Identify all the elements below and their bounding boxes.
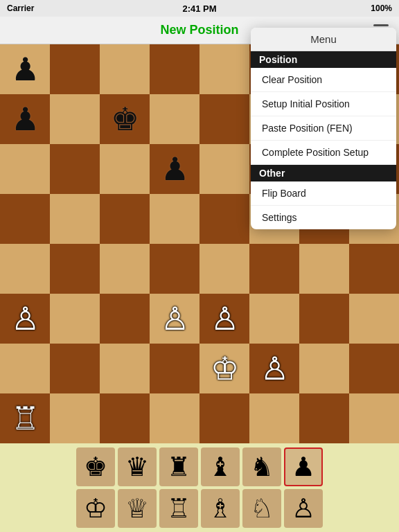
board-cell-3-3[interactable] [150,194,200,244]
tray-black-rook[interactable]: ♜ [159,447,198,486]
tray-row-black: ♚♛♜♝♞♟ [76,447,323,486]
board-cell-4-7[interactable] [349,244,399,294]
board-cell-6-3[interactable] [150,344,200,393]
board-cell-6-2[interactable] [100,344,150,393]
board-cell-7-0[interactable]: ♖ [0,393,50,443]
board-cell-4-5[interactable] [249,244,299,294]
board-cell-5-5[interactable] [249,294,299,344]
board-cell-5-1[interactable] [50,294,100,344]
board-cell-2-2[interactable] [100,144,150,194]
board-cell-7-3[interactable] [150,393,200,443]
board-cell-5-2[interactable] [100,294,150,344]
tray-white-rook[interactable]: ♖ [159,489,198,528]
board-cell-1-2[interactable]: ♚ [100,94,150,144]
tray-row-white: ♔♕♖♗♘♙ [76,489,323,528]
board-cell-7-7[interactable] [349,393,399,443]
board-cell-0-0[interactable]: ♟ [0,44,50,94]
tray-black-queen[interactable]: ♛ [118,447,157,486]
board-cell-4-0[interactable] [0,244,50,294]
board-cell-3-4[interactable] [200,194,249,244]
board-cell-7-4[interactable] [200,393,249,443]
battery-label: 100% [371,3,392,13]
status-bar: Carrier 2:41 PM 100% [0,0,399,17]
board-cell-4-3[interactable] [150,244,200,294]
tray-black-bishop[interactable]: ♝ [201,447,240,486]
board-cell-3-0[interactable] [0,194,50,244]
time-label: 2:41 PM [182,3,216,14]
board-cell-2-3[interactable]: ♟ [150,144,200,194]
menu-section-position: Position [251,51,396,68]
piece-black-2-3: ♟ [161,153,189,185]
menu-section-other: Other [251,165,396,181]
board-cell-1-3[interactable] [150,94,200,144]
board-cell-5-3[interactable]: ♙ [150,294,200,344]
menu-title: Menu [251,28,396,51]
board-cell-7-6[interactable] [299,393,349,443]
board-cell-1-4[interactable] [200,94,249,144]
board-cell-1-0[interactable]: ♟ [0,94,50,144]
board-cell-4-6[interactable] [299,244,349,294]
board-cell-2-4[interactable] [200,144,249,194]
dropdown-menu: Menu Position Clear Position Setup Initi… [251,28,396,229]
menu-item-complete-setup[interactable]: Complete Position Setup [251,141,396,165]
board-cell-3-1[interactable] [50,194,100,244]
board-cell-6-5[interactable]: ♙ [249,344,299,393]
board-cell-6-4[interactable]: ♔ [200,344,249,393]
piece-white-5-3: ♙ [161,303,189,335]
board-cell-6-6[interactable] [299,344,349,393]
board-cell-4-2[interactable] [100,244,150,294]
board-cell-1-1[interactable] [50,94,100,144]
piece-white-7-0: ♖ [11,402,39,434]
tray-white-bishop[interactable]: ♗ [201,489,240,528]
board-cell-2-0[interactable] [0,144,50,194]
menu-item-clear-position[interactable]: Clear Position [251,68,396,92]
tray-black-knight[interactable]: ♞ [242,447,281,486]
board-cell-5-6[interactable] [299,294,349,344]
board-cell-0-3[interactable] [150,44,200,94]
board-cell-7-2[interactable] [100,393,150,443]
board-cell-7-5[interactable] [249,393,299,443]
board-cell-7-1[interactable] [50,393,100,443]
board-cell-5-7[interactable] [349,294,399,344]
tray-white-queen[interactable]: ♕ [118,489,157,528]
menu-item-flip-board[interactable]: Flip Board [251,181,396,206]
piece-white-5-4: ♙ [211,303,239,335]
board-cell-6-7[interactable] [349,344,399,393]
board-cell-0-4[interactable] [200,44,249,94]
board-cell-4-1[interactable] [50,244,100,294]
menu-item-setup-initial[interactable]: Setup Initial Position [251,92,396,116]
tray-black-pawn[interactable]: ♟ [284,447,323,486]
hamburger-line [373,24,389,26]
piece-white-5-0: ♙ [11,303,39,335]
board-cell-2-1[interactable] [50,144,100,194]
board-cell-5-0[interactable]: ♙ [0,294,50,344]
board-cell-0-2[interactable] [100,44,150,94]
nav-title: New Position [160,23,238,37]
board-cell-0-1[interactable] [50,44,100,94]
tray-white-pawn[interactable]: ♙ [284,489,323,528]
menu-item-settings[interactable]: Settings [251,206,396,229]
menu-item-paste-fen[interactable]: Paste Position (FEN) [251,116,396,141]
tray-black-king[interactable]: ♚ [76,447,115,486]
piece-white-6-4: ♔ [211,353,239,384]
piece-black-0-0: ♟ [11,53,39,85]
tray-white-knight[interactable]: ♘ [242,489,281,528]
tray-white-king[interactable]: ♔ [76,489,115,528]
board-cell-3-2[interactable] [100,194,150,244]
board-cell-5-4[interactable]: ♙ [200,294,249,344]
board-cell-6-0[interactable] [0,344,50,393]
piece-white-6-5: ♙ [260,353,289,384]
board-cell-4-4[interactable] [200,244,249,294]
piece-black-1-2: ♚ [111,103,139,135]
piece-black-1-0: ♟ [11,103,39,135]
carrier-label: Carrier [7,3,34,13]
piece-tray: ♚♛♜♝♞♟ ♔♕♖♗♘♙ [0,443,399,532]
board-cell-6-1[interactable] [50,344,100,393]
